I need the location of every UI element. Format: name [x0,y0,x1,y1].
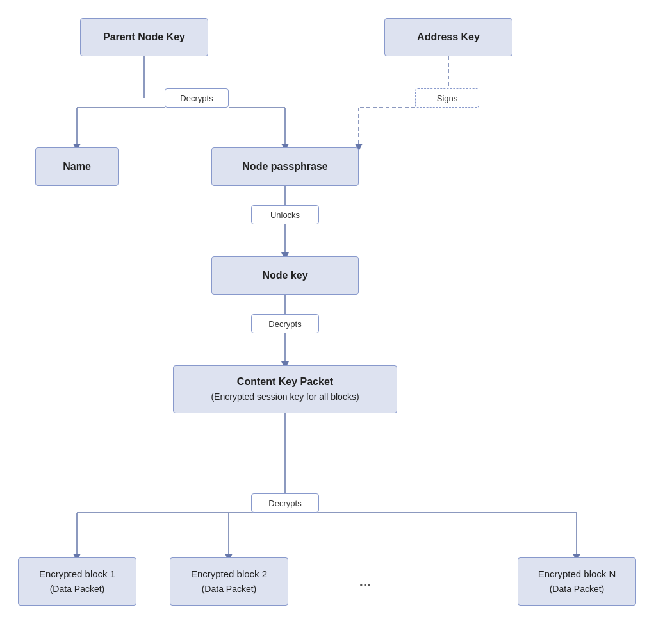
ellipsis: ... [340,557,391,606]
decrypts-label-3: Decrypts [251,493,319,513]
node-key-box: Node key [211,256,359,295]
node-passphrase-box: Node passphrase [211,147,359,186]
decrypts-label-1: Decrypts [165,88,229,108]
arrows-svg [0,0,656,644]
signs-label: Signs [415,88,479,108]
unlocks-label: Unlocks [251,205,319,224]
encrypted-block-2-box: Encrypted block 2(Data Packet) [170,557,288,606]
diagram-container: Parent Node Key Address Key Decrypts Sig… [0,0,656,644]
encrypted-block-n-box: Encrypted block N(Data Packet) [518,557,636,606]
decrypts-label-2: Decrypts [251,314,319,333]
parent-node-key-box: Parent Node Key [80,18,208,56]
encrypted-block-1-box: Encrypted block 1(Data Packet) [18,557,136,606]
address-key-box: Address Key [384,18,512,56]
name-box: Name [35,147,119,186]
content-key-packet-box: Content Key Packet(Encrypted session key… [173,365,397,413]
